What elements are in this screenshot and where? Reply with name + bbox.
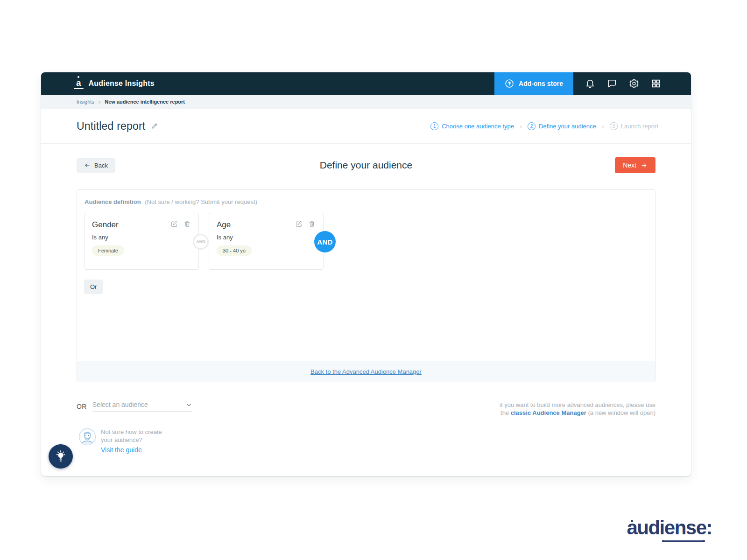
app-window: a Audiense Insights Add-ons store (41, 72, 691, 476)
tips-fab-button[interactable] (49, 444, 73, 469)
addons-store-label: Add-ons store (519, 80, 563, 87)
navbar-right: Add-ons store (494, 72, 691, 95)
advanced-note: if you want to build more advanced audie… (500, 401, 655, 417)
step-choose-audience-type[interactable]: 1 Choose one audience type (430, 122, 514, 130)
filter-operator: Is any (92, 234, 191, 241)
breadcrumb-insights[interactable]: Insights (77, 99, 94, 105)
panel-header: Audience definition (Not sure / working?… (77, 190, 655, 205)
next-button[interactable]: Next (615, 157, 655, 173)
step-define-audience[interactable]: 2 Define your audience (528, 122, 596, 130)
breadcrumb-current: New audience intelligence report (105, 99, 185, 105)
arrow-up-circle-icon (505, 79, 514, 88)
panel-footer: Back to the Advanced Audience Manager (77, 361, 655, 382)
advanced-note-line1: if you want to build more advanced audie… (500, 401, 655, 408)
filter-value-tag: Femnale (92, 245, 124, 256)
pencil-icon[interactable] (151, 122, 158, 130)
audiense-logo-icon: a (75, 78, 83, 89)
footer-wordmark-wrap: audiense: (627, 518, 712, 538)
filter-value-tag: 30 - 40 yo (217, 245, 252, 256)
filter-cards-zone: Gender Is any Femnale AND (84, 213, 655, 270)
step-launch-report: 3 Launch report (610, 122, 658, 130)
top-navbar: a Audiense Insights Add-ons store (41, 72, 691, 95)
step-3-circle: 3 (610, 122, 618, 130)
chevron-right-icon: › (520, 122, 522, 130)
breadcrumb: Insights › New audience intelligence rep… (41, 95, 691, 109)
chevron-down-icon (185, 401, 192, 408)
audiense-wordmark: audiense: (627, 518, 712, 538)
or-label: OR (77, 403, 87, 410)
title-bar: Untitled report 1 Choose one audience ty… (41, 109, 691, 144)
classic-audience-manager-link[interactable]: classic Audience Manager (511, 409, 586, 416)
help-line2: your audience? (101, 436, 142, 443)
back-label: Back (94, 162, 108, 169)
wordmark-underline-decoration (663, 540, 704, 542)
audience-select[interactable]: Select an audience (92, 401, 192, 412)
gear-icon[interactable] (629, 78, 639, 89)
audience-select-placeholder: Select an audience (92, 401, 148, 408)
next-label: Next (623, 161, 636, 169)
brand-logo[interactable]: a Audiense Insights (75, 78, 155, 89)
chevron-right-icon: › (99, 99, 100, 105)
step-2-label: Define your audience (539, 123, 596, 130)
addons-store-button[interactable]: Add-ons store (494, 72, 573, 95)
page-title: Untitled report (77, 120, 145, 133)
filter-operator: Is any (217, 234, 316, 241)
panel-title: Audience definition (85, 198, 141, 205)
bell-icon[interactable] (585, 78, 595, 89)
audience-select-group: OR Select an audience (77, 401, 192, 412)
chevron-right-icon: › (602, 122, 604, 130)
navbar-icons (585, 78, 691, 89)
back-button[interactable]: Back (77, 158, 115, 173)
step-1-circle: 1 (430, 122, 438, 130)
and-connector-small: AND (193, 234, 209, 250)
step-2-circle: 2 (528, 122, 536, 130)
and-connector-button[interactable]: AND (314, 231, 336, 252)
help-line1: Not sure how to create (101, 428, 162, 435)
section-heading: Define your audience (179, 160, 553, 171)
step-3-label: Launch report (621, 123, 658, 130)
help-block: Not sure how to create your audience? Vi… (78, 428, 691, 454)
filter-card-age: Age Is any 30 - 40 yo (209, 213, 324, 270)
filter-card-title: Age (217, 220, 231, 230)
chat-icon[interactable] (607, 78, 617, 89)
arrow-right-icon (641, 162, 648, 169)
edit-icon[interactable] (170, 220, 178, 228)
panel-subtitle: (Not sure / working? Submit your request… (145, 198, 257, 205)
toolbar-left: Back (77, 158, 179, 173)
brand-name: Audiense Insights (89, 79, 155, 88)
lightbulb-icon (54, 450, 67, 463)
guide-avatar (78, 428, 96, 446)
arrow-left-icon (84, 162, 91, 168)
toolbar-right: Next (553, 157, 655, 173)
apps-grid-icon[interactable] (651, 78, 661, 89)
edit-icon[interactable] (295, 220, 303, 228)
advanced-note-prefix: the (500, 409, 511, 416)
filter-card-title: Gender (92, 220, 119, 230)
step-1-label: Choose one audience type (442, 123, 514, 130)
trash-icon[interactable] (183, 220, 191, 228)
toolbar: Back Define your audience Next (41, 157, 691, 173)
audience-definition-panel: Audience definition (Not sure / working?… (77, 189, 655, 382)
filter-card-gender: Gender Is any Femnale (84, 213, 199, 270)
bottom-row: OR Select an audience if you want to bui… (77, 401, 655, 417)
trash-icon[interactable] (308, 220, 316, 228)
progress-stepper: 1 Choose one audience type › 2 Define yo… (430, 122, 658, 130)
advanced-audience-manager-link[interactable]: Back to the Advanced Audience Manager (310, 368, 422, 375)
or-add-group-button[interactable]: Or (84, 280, 103, 294)
visit-guide-link[interactable]: Visit the guide (101, 446, 142, 454)
advanced-note-suffix: (a new window will open) (586, 409, 655, 416)
